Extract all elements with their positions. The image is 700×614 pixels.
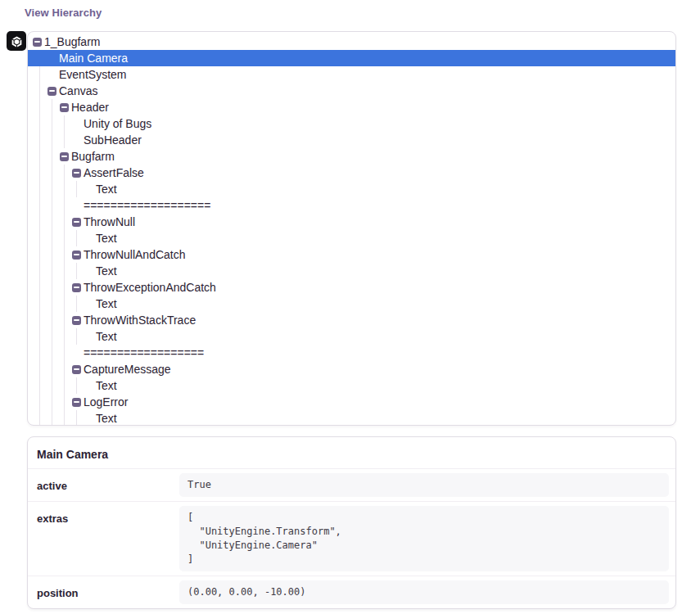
tree-node-label: 1_Bugfarm: [44, 34, 100, 50]
tree-node-label: Text: [96, 181, 117, 197]
tree-node-text[interactable]: Text: [77, 181, 675, 197]
tree-node-label: Text: [96, 328, 117, 345]
tree-node-label: ==================: [84, 345, 204, 361]
detail-value: True: [179, 473, 669, 497]
tree-children-group: AssertFalseText===================ThrowN…: [64, 165, 675, 426]
tree-node-logerror[interactable]: LogError: [65, 394, 675, 410]
indent-spacer: [72, 205, 84, 206]
indent-spacer: [72, 353, 84, 354]
tree-children-group: Text: [76, 328, 675, 345]
tree-children-group: Text: [76, 181, 675, 197]
tree-node-label: Text: [96, 230, 117, 246]
tree-node-capturemessage[interactable]: CaptureMessage: [65, 361, 675, 377]
indent-spacer: [84, 304, 96, 305]
collapse-icon[interactable]: [72, 169, 81, 178]
tree-node-main-camera[interactable]: Main Camera: [40, 50, 675, 66]
tree-children-group: HeaderUnity of BugsSubHeaderBugfarmAsser…: [52, 99, 675, 426]
tree-node-text[interactable]: Text: [77, 296, 675, 312]
tree-node-label: LogError: [84, 394, 128, 410]
tree-node-text[interactable]: Text: [77, 230, 675, 246]
tree-node-label: AssertFalse: [84, 165, 144, 181]
tree-node-throwwithstacktrace[interactable]: ThrowWithStackTrace: [65, 312, 675, 328]
detail-value: (0.00, 0.00, -10.00): [179, 580, 669, 604]
tree-node-label: Bugfarm: [71, 148, 115, 165]
unity-platform-icon: [7, 31, 26, 51]
tree-node-label: Unity of Bugs: [84, 115, 151, 132]
detail-value: [ "UnityEngine.Transform", "UnityEngine.…: [179, 506, 669, 571]
tree-node-assertfalse[interactable]: AssertFalse: [65, 165, 675, 181]
tree-node-separator[interactable]: ===================: [65, 197, 675, 214]
indent-spacer: [84, 336, 96, 337]
tree-node-thrownullandcatch[interactable]: ThrowNullAndCatch: [65, 246, 675, 263]
tree-node-label: Canvas: [59, 83, 97, 99]
tree-node-text[interactable]: Text: [77, 263, 675, 279]
tree-node-1-bugfarm[interactable]: 1_Bugfarm: [28, 34, 675, 50]
detail-row-position: position(0.00, 0.00, -10.00): [28, 576, 675, 608]
tree-node-label: CaptureMessage: [84, 361, 171, 377]
tree-children-group: Main CameraEventSystemCanvasHeaderUnity …: [39, 50, 675, 426]
detail-panel-title: Main Camera: [28, 437, 675, 469]
indent-spacer: [47, 58, 59, 59]
tree-node-separator[interactable]: ==================: [65, 345, 675, 361]
tree-node-label: Text: [96, 410, 117, 426]
detail-key: position: [34, 580, 179, 604]
tree-children-group: Unity of BugsSubHeader: [64, 115, 675, 148]
tree-children-group: Text: [76, 410, 675, 426]
tree-children-group: Text: [76, 230, 675, 246]
tree-node-thrownull[interactable]: ThrowNull: [65, 214, 675, 230]
tree-node-label: Text: [96, 296, 117, 312]
tree-node-text[interactable]: Text: [77, 328, 675, 345]
unity-logo-icon: [10, 34, 24, 48]
indent-spacer: [84, 418, 96, 419]
tree-node-text[interactable]: Text: [77, 410, 675, 426]
tree-node-label: Text: [96, 263, 117, 279]
view-hierarchy-panel[interactable]: 1_BugfarmMain CameraEventSystemCanvasHea…: [27, 31, 676, 426]
node-detail-panel: Main Camera activeTrueextras[ "UnityEngi…: [27, 436, 676, 609]
collapse-icon[interactable]: [60, 152, 69, 161]
detail-key: extras: [34, 506, 179, 571]
tree-node-label: Header: [71, 99, 109, 115]
detail-row-extras: extras[ "UnityEngine.Transform", "UnityE…: [28, 502, 675, 576]
tree-node-bugfarm[interactable]: Bugfarm: [52, 148, 675, 165]
indent-spacer: [72, 140, 84, 141]
collapse-icon[interactable]: [72, 316, 81, 325]
tree-node-throwexceptionandcatch[interactable]: ThrowExceptionAndCatch: [65, 279, 675, 296]
view-hierarchy-section-title[interactable]: View Hierarchy: [25, 7, 102, 19]
collapse-icon[interactable]: [72, 251, 81, 260]
collapse-icon[interactable]: [72, 365, 81, 374]
collapse-icon[interactable]: [47, 87, 56, 96]
detail-row-active: activeTrue: [28, 469, 675, 502]
tree-node-unity-of-bugs[interactable]: Unity of Bugs: [65, 115, 675, 132]
detail-key: active: [34, 473, 179, 497]
collapse-icon[interactable]: [72, 283, 81, 292]
hierarchy-tree: 1_BugfarmMain CameraEventSystemCanvasHea…: [28, 34, 675, 426]
tree-node-header[interactable]: Header: [52, 99, 675, 115]
collapse-icon[interactable]: [72, 398, 81, 407]
indent-spacer: [84, 189, 96, 190]
tree-node-canvas[interactable]: Canvas: [40, 83, 675, 99]
tree-children-group: Text: [76, 377, 675, 394]
tree-node-label: EventSystem: [59, 66, 126, 83]
tree-children-group: Text: [76, 296, 675, 312]
tree-node-label: Main Camera: [59, 50, 128, 66]
tree-node-eventsystem[interactable]: EventSystem: [40, 66, 675, 83]
tree-node-label: ThrowNull: [84, 214, 135, 230]
indent-spacer: [84, 386, 96, 386]
tree-node-label: ThrowExceptionAndCatch: [84, 279, 216, 296]
tree-node-label: ThrowWithStackTrace: [84, 312, 196, 328]
indent-spacer: [84, 238, 96, 239]
tree-children-group: Text: [76, 263, 675, 279]
tree-node-label: ===================: [84, 197, 210, 214]
collapse-icon[interactable]: [72, 218, 81, 227]
indent-spacer: [84, 271, 96, 272]
collapse-icon[interactable]: [33, 38, 42, 47]
indent-spacer: [72, 124, 84, 124]
indent-spacer: [47, 74, 59, 75]
tree-node-text[interactable]: Text: [77, 377, 675, 394]
tree-node-subheader[interactable]: SubHeader: [65, 132, 675, 148]
detail-rows: activeTrueextras[ "UnityEngine.Transform…: [28, 469, 675, 608]
tree-node-label: ThrowNullAndCatch: [84, 246, 186, 263]
collapse-icon[interactable]: [60, 103, 69, 112]
tree-node-label: Text: [96, 377, 117, 394]
tree-node-label: SubHeader: [84, 132, 142, 148]
